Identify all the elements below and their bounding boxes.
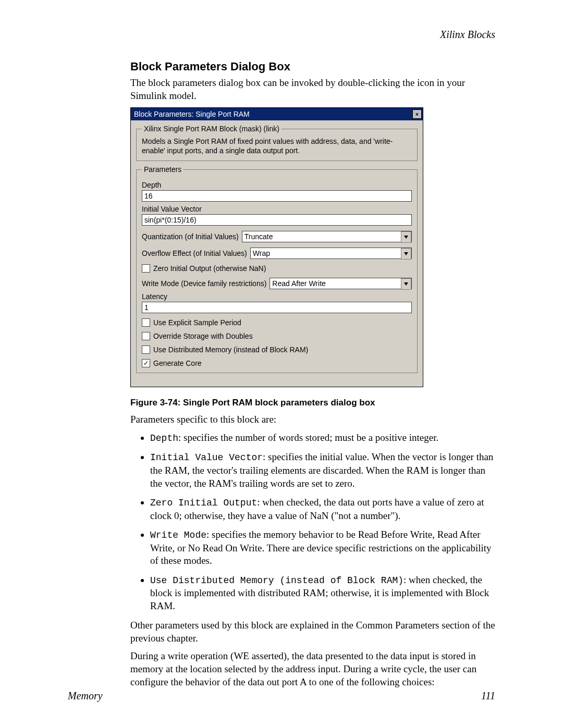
depth-label: Depth [142, 181, 412, 189]
footer-section: Memory [68, 690, 103, 702]
close-icon[interactable]: × [412, 109, 422, 119]
running-header: Xilinx Blocks [440, 29, 495, 41]
term: Initial Value Vector [150, 452, 263, 463]
override-storage-label: Override Storage with Doubles [153, 332, 253, 340]
list-item: Use Distributed Memory (instead of Block… [150, 574, 495, 613]
list-item: Initial Value Vector: specifies the init… [150, 451, 495, 490]
term-text: : specifies the number of words stored; … [178, 432, 438, 443]
generate-core-label: Generate Core [153, 359, 202, 367]
section-intro: The block parameters dialog box can be i… [130, 77, 495, 102]
term: Zero Initial Output [150, 498, 257, 508]
mask-description-group: Xilinx Single Port RAM Block (mask) (lin… [136, 125, 418, 161]
other-params-paragraph: Other parameters used by this block are … [130, 619, 495, 645]
latency-label: Latency [142, 292, 412, 301]
chevron-down-icon[interactable] [401, 231, 411, 243]
write-mode-select[interactable] [270, 278, 412, 289]
depth-input[interactable] [142, 190, 412, 202]
initial-value-vector-label: Initial Value Vector [142, 205, 412, 213]
page: Xilinx Blocks Block Parameters Dialog Bo… [0, 0, 563, 728]
list-item: Depth: specifies the number of words sto… [150, 431, 495, 445]
figure-caption: Figure 3-74: Single Port RAM block param… [130, 398, 495, 408]
explicit-sample-period-label: Use Explicit Sample Period [153, 318, 241, 327]
explicit-sample-period-checkbox[interactable] [142, 318, 150, 327]
mask-legend: Xilinx Single Port RAM Block (mask) (lin… [142, 125, 282, 133]
initial-value-vector-input[interactable] [142, 214, 412, 226]
overflow-label: Overflow Effect (of Initial Values) [142, 249, 247, 257]
use-distributed-memory-checkbox[interactable] [142, 346, 150, 354]
page-footer: Memory 111 [68, 690, 495, 702]
chevron-down-icon[interactable] [401, 278, 411, 290]
generate-core-checkbox[interactable] [142, 359, 150, 367]
term: Depth [150, 433, 178, 443]
quantization-label: Quantization (of Initial Values) [142, 232, 239, 241]
term: Use Distributed Memory (instead of Block… [150, 575, 403, 586]
svg-marker-1 [404, 252, 408, 255]
term: Write Mode [150, 530, 206, 540]
parameters-legend: Parameters [142, 165, 183, 174]
section-title: Block Parameters Dialog Box [130, 60, 495, 73]
svg-marker-0 [404, 236, 408, 239]
zero-initial-output-checkbox[interactable] [142, 264, 150, 273]
dialog-titlebar: Block Parameters: Single Port RAM × [131, 108, 423, 120]
main-content: Block Parameters Dialog Box The block pa… [130, 60, 495, 688]
list-item: Zero Initial Output: when checked, the d… [150, 496, 495, 522]
dialog-body: Xilinx Single Port RAM Block (mask) (lin… [131, 120, 423, 387]
parameters-group: Parameters Depth Initial Value Vector Qu… [136, 165, 418, 373]
latency-input[interactable] [142, 302, 412, 313]
overflow-select[interactable] [250, 248, 412, 259]
mask-description: Models a Single Port RAM of fixed point … [142, 137, 412, 155]
write-mode-label: Write Mode (Device family restrictions) [142, 279, 266, 288]
dialog-title: Block Parameters: Single Port RAM [134, 110, 250, 118]
list-item: Write Mode: specifies the memory behavio… [150, 528, 495, 567]
zero-initial-output-label: Zero Initial Output (otherwise NaN) [153, 264, 266, 273]
quantization-select[interactable] [242, 231, 412, 242]
override-storage-checkbox[interactable] [142, 332, 150, 340]
svg-marker-2 [404, 282, 408, 286]
chevron-down-icon[interactable] [401, 248, 411, 260]
params-lead: Parameters specific to this block are: [130, 413, 495, 426]
block-parameters-dialog: Block Parameters: Single Port RAM × Xili… [130, 107, 423, 387]
parameters-list: Depth: specifies the number of words sto… [130, 431, 495, 613]
write-operation-paragraph: During a write operation (WE asserted), … [130, 650, 495, 688]
footer-page-number: 111 [481, 690, 495, 702]
use-distributed-memory-label: Use Distributed Memory (instead of Block… [153, 346, 308, 354]
